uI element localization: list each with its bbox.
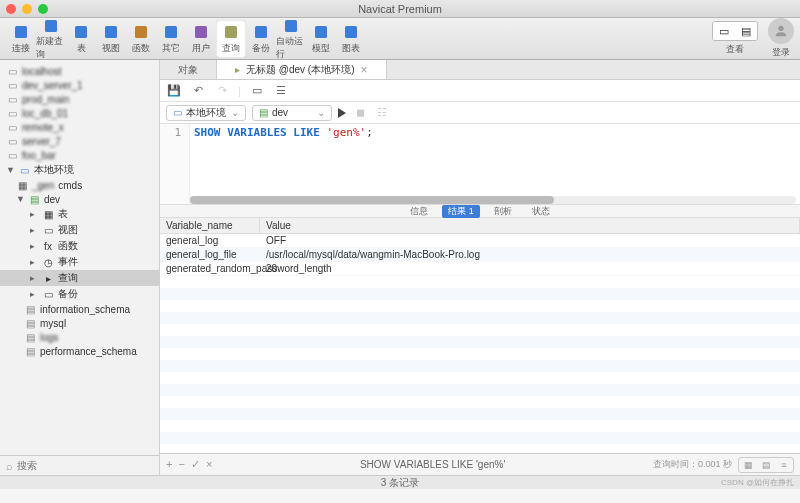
maximize-window-icon[interactable] — [38, 4, 48, 14]
col-variable-name[interactable]: Variable_name — [160, 218, 260, 233]
db-child-事件[interactable]: ▸◷事件 — [0, 254, 159, 270]
result-tab-result1[interactable]: 结果 1 — [442, 205, 480, 218]
query-selector-bar: ▭本地环境⌄ ▤dev⌄ ◼ ☷ — [160, 102, 800, 124]
sidebar-search[interactable]: ⌕ — [0, 455, 159, 475]
grid-view-icon[interactable]: ▦ — [739, 458, 757, 472]
db-label: dev — [44, 194, 60, 205]
expand-icon[interactable]: ▸ — [30, 257, 38, 267]
save-icon[interactable]: 💾 — [166, 83, 182, 99]
database-node[interactable]: ▤logs — [0, 330, 159, 344]
col-value[interactable]: Value — [260, 218, 800, 233]
connection-label: server_7 — [22, 136, 61, 147]
cell-value: /usr/local/mysql/data/wangmin-MacBook-Pr… — [260, 248, 800, 261]
connection-node[interactable]: ▦_gencmds — [0, 178, 159, 192]
view-toggle[interactable]: ▭ ▤ — [712, 21, 758, 41]
result-tab-profile[interactable]: 剖析 — [488, 205, 518, 218]
expand-icon[interactable]: ▸ — [30, 289, 38, 299]
connection-icon: ▭ — [6, 107, 18, 119]
connection-icon: ▭ — [6, 121, 18, 133]
database-node[interactable]: ▤performance_schema — [0, 344, 159, 358]
database-icon: ▤ — [24, 303, 36, 315]
run-query-button[interactable] — [338, 108, 346, 118]
minimize-window-icon[interactable] — [22, 4, 32, 14]
connection-item[interactable]: ▭localhost — [0, 64, 159, 78]
toolbar-view-button[interactable]: 视图 — [96, 20, 126, 58]
toolbar-connect-button[interactable]: 连接 — [6, 20, 36, 58]
connection-item[interactable]: ▭loc_db_01 — [0, 106, 159, 120]
connection-item[interactable]: ▭dev_server_1 — [0, 78, 159, 92]
expand-icon[interactable]: ▸ — [30, 273, 38, 283]
db-child-视图[interactable]: ▸▭视图 — [0, 222, 159, 238]
sql-editor[interactable]: 1 SHOW VARIABLES LIKE 'gen%'; — [160, 124, 800, 204]
result-view-mode[interactable]: ▦ ▤ ≡ — [738, 457, 794, 473]
backup-icon — [251, 22, 271, 42]
add-row-icon[interactable]: + — [166, 458, 172, 471]
connection-item[interactable]: ▭foo_bar — [0, 148, 159, 162]
stop-icon[interactable]: ◼ — [352, 105, 368, 121]
sql-code[interactable]: SHOW VARIABLES LIKE 'gen%'; — [190, 124, 377, 204]
expand-icon[interactable]: ▸ — [30, 209, 38, 219]
close-tab-icon[interactable]: × — [361, 63, 368, 77]
content-area: 对象 ▸ 无标题 @dev (本地环境) × 💾 ↶ ↷ | ▭ ☰ ▭本地环境… — [160, 60, 800, 475]
connection-item[interactable]: ▭remote_x — [0, 120, 159, 134]
redo-icon[interactable]: ↷ — [214, 83, 230, 99]
sidebar-search-input[interactable] — [17, 460, 153, 471]
toolbar-model-button[interactable]: 模型 — [306, 20, 336, 58]
editor-scrollbar[interactable] — [190, 196, 796, 204]
db-selector[interactable]: ▤dev⌄ — [252, 105, 332, 121]
toolbar-autorun-button[interactable]: 自动运行 — [276, 20, 306, 58]
env-selector[interactable]: ▭本地环境⌄ — [166, 105, 246, 121]
copy-icon[interactable]: ▭ — [249, 83, 265, 99]
toolbar-query-button[interactable]: 查询 — [216, 20, 246, 58]
connection-label: localhost — [22, 66, 61, 77]
user-avatar-icon[interactable] — [768, 18, 794, 44]
tab-query[interactable]: ▸ 无标题 @dev (本地环境) × — [217, 60, 387, 79]
table-row[interactable]: general_log_file/usr/local/mysql/data/wa… — [160, 248, 800, 262]
table-row[interactable]: generated_random_password_length20 — [160, 262, 800, 276]
db-child-函数[interactable]: ▸fx函数 — [0, 238, 159, 254]
toolbar-other-button[interactable]: 其它 — [156, 20, 186, 58]
db-child-表[interactable]: ▸▦表 — [0, 206, 159, 222]
cancel-icon[interactable]: × — [206, 458, 212, 471]
result-tab-status[interactable]: 状态 — [526, 205, 556, 218]
view-list-icon[interactable]: ▭ — [713, 22, 735, 40]
confirm-icon[interactable]: ✓ — [191, 458, 200, 471]
table-header: Variable_name Value — [160, 218, 800, 234]
conn-label: _gen — [32, 180, 54, 191]
app-title: Navicat Premium — [358, 3, 442, 15]
main-toolbar: 连接新建查询表视图函数其它用户查询备份自动运行模型图表 ▭ ▤ 查看 登录 — [0, 18, 800, 60]
toolbar-label: 图表 — [342, 42, 360, 55]
delete-row-icon[interactable]: − — [178, 458, 184, 471]
db-child-查询[interactable]: ▸▸查询 — [0, 270, 159, 286]
table-row[interactable]: general_logOFF — [160, 234, 800, 248]
format-icon[interactable]: ☰ — [273, 83, 289, 99]
cell-variable-name: general_log_file — [160, 248, 260, 261]
tab-objects[interactable]: 对象 — [160, 60, 217, 79]
database-node[interactable]: ▤information_schema — [0, 302, 159, 316]
connection-label: dev_server_1 — [22, 80, 83, 91]
query-tab-icon: ▸ — [235, 64, 240, 75]
text-view-icon[interactable]: ≡ — [775, 458, 793, 472]
toolbar-function-button[interactable]: 函数 — [126, 20, 156, 58]
close-window-icon[interactable] — [6, 4, 16, 14]
database-node[interactable]: ▤mysql — [0, 316, 159, 330]
scrollbar-thumb[interactable] — [190, 196, 554, 204]
database-node-open[interactable]: ▼▤dev — [0, 192, 159, 206]
env-node[interactable]: ▼▭本地环境 — [0, 162, 159, 178]
expand-icon[interactable]: ▸ — [30, 225, 38, 235]
view-detail-icon[interactable]: ▤ — [735, 22, 757, 40]
form-view-icon[interactable]: ▤ — [757, 458, 775, 472]
toolbar-newquery-button[interactable]: 新建查询 — [36, 20, 66, 58]
toolbar-user-button[interactable]: 用户 — [186, 20, 216, 58]
explain-icon[interactable]: ☷ — [374, 105, 390, 121]
expand-icon[interactable]: ▸ — [30, 241, 38, 251]
connection-item[interactable]: ▭prod_main — [0, 92, 159, 106]
undo-icon[interactable]: ↶ — [190, 83, 206, 99]
connection-item[interactable]: ▭server_7 — [0, 134, 159, 148]
db-child-备份[interactable]: ▸▭备份 — [0, 286, 159, 302]
toolbar-backup-button[interactable]: 备份 — [246, 20, 276, 58]
toolbar-chart-button[interactable]: 图表 — [336, 20, 366, 58]
result-tab-info[interactable]: 信息 — [404, 205, 434, 218]
node-label: 备份 — [58, 287, 78, 301]
toolbar-table-button[interactable]: 表 — [66, 20, 96, 58]
